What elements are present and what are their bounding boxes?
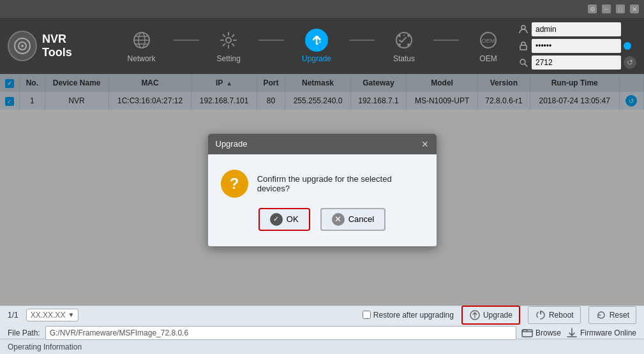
firmware-online-button[interactable]: Firmware Online — [566, 327, 636, 339]
nav-upgrade-label: Upgrade — [302, 54, 331, 63]
nav-connector-1 — [174, 40, 199, 41]
reset-btn-label: Reset — [610, 311, 629, 320]
nav-setting-label: Setting — [217, 54, 241, 63]
filepath-input[interactable]: G:/NVR/Frameware/MSFImage_72.8.0.6 — [45, 326, 516, 340]
browse-button[interactable]: Browse — [521, 327, 561, 339]
bottom-row2: File Path: G:/NVR/Frameware/MSFImage_72.… — [8, 326, 636, 340]
minimize-button[interactable]: ─ — [602, 4, 611, 13]
modal-header: Upgrade ✕ — [208, 134, 437, 154]
firmware-label: Firmware Online — [580, 328, 636, 337]
lock-icon — [518, 40, 529, 52]
reboot-button[interactable]: Reboot — [528, 306, 581, 324]
search-field: 2712 ↺ — [518, 55, 636, 70]
nav-connector-3 — [349, 40, 375, 41]
nav-connector-4 — [433, 40, 459, 41]
svg-point-18 — [521, 26, 525, 29]
modal-close-button[interactable]: ✕ — [421, 139, 429, 149]
nav-network[interactable]: Network — [110, 29, 174, 63]
filepath-label: File Path: — [8, 328, 40, 337]
modal-overlay: Upgrade ✕ ? Confirm the upgrade for the … — [0, 74, 644, 306]
browse-label: Browse — [535, 328, 561, 337]
svg-rect-19 — [520, 45, 527, 50]
modal-body: ? Confirm the upgrade for the selected d… — [208, 154, 437, 246]
search-icon — [518, 57, 529, 68]
modal-content-row: ? Confirm the upgrade for the selected d… — [221, 170, 424, 198]
version-display: XX.XX.XX — [31, 311, 66, 320]
logo-icon — [8, 31, 37, 61]
refresh-button[interactable]: ↺ — [624, 56, 636, 69]
bottom-bar: 1/1 XX.XX.XX ▼ Restore after upgrading U… — [0, 306, 644, 339]
upgrade-btn-label: Upgrade — [483, 311, 513, 320]
network-icon — [130, 29, 153, 52]
page-info: 1/1 — [8, 311, 19, 320]
svg-point-14 — [398, 43, 401, 46]
username-field: admin — [518, 22, 636, 36]
dropdown-arrow-icon: ▼ — [68, 311, 74, 318]
modal-buttons: ✓ OK ✕ Cancel — [258, 208, 386, 231]
status-bar: Operating Information — [0, 339, 644, 354]
close-button[interactable]: ✕ — [630, 4, 639, 13]
logo-area: NVR Tools — [8, 31, 97, 61]
nav-setting[interactable]: Setting — [199, 29, 258, 63]
upgrade-icon — [305, 29, 328, 52]
user-icon — [518, 24, 529, 35]
connection-indicator — [624, 42, 631, 50]
nav-connector-2 — [258, 40, 284, 41]
main-content: ✓ No. Device Name MAC IP ▲ Port Netmask … — [0, 74, 644, 306]
svg-point-12 — [398, 34, 401, 37]
upgrade-button[interactable]: Upgrade — [461, 306, 520, 325]
password-field: ms1234 — [518, 39, 636, 53]
svg-line-21 — [525, 64, 527, 66]
upgrade-modal: Upgrade ✕ ? Confirm the upgrade for the … — [207, 133, 437, 247]
folder-icon — [521, 327, 533, 339]
password-input[interactable]: ms1234 — [532, 39, 621, 53]
settings-icon[interactable]: ⚙ — [588, 4, 597, 13]
search-input[interactable]: 2712 — [532, 55, 621, 70]
nav-network-label: Network — [128, 54, 156, 63]
header: NVR Tools Network — [0, 18, 644, 74]
question-icon: ? — [221, 170, 248, 198]
restore-checkbox[interactable] — [363, 311, 371, 319]
modal-ok-button[interactable]: ✓ OK — [258, 208, 310, 231]
app-title: NVR Tools — [42, 33, 97, 59]
reset-icon — [595, 309, 607, 321]
nav-oem-label: OEM — [479, 54, 497, 63]
right-panel: admin ms1234 2712 ↺ — [518, 22, 636, 70]
nav-upgrade[interactable]: Upgrade — [284, 29, 349, 63]
maximize-button[interactable]: □ — [616, 4, 625, 13]
svg-point-13 — [407, 34, 410, 37]
restore-check: Restore after upgrading — [363, 311, 454, 320]
svg-text:OEM: OEM — [482, 38, 495, 44]
cancel-label: Cancel — [348, 214, 374, 224]
modal-cancel-button[interactable]: ✕ Cancel — [320, 208, 386, 231]
download-icon — [566, 327, 578, 339]
nav-items: Network Setting Upgrade — [110, 29, 518, 63]
nav-status[interactable]: Status — [375, 29, 433, 63]
modal-message: Confirm the upgrade for the selected dev… — [257, 174, 424, 193]
oem-icon: OEM — [477, 29, 500, 52]
reset-button[interactable]: Reset — [588, 306, 636, 324]
svg-point-15 — [407, 43, 410, 46]
setting-icon — [217, 29, 240, 52]
nav-status-label: Status — [393, 54, 415, 63]
status-icon — [393, 29, 416, 52]
svg-point-2 — [21, 45, 24, 47]
reboot-icon — [535, 309, 546, 321]
svg-point-8 — [226, 38, 231, 43]
cancel-icon: ✕ — [332, 213, 345, 226]
ok-label: OK — [287, 214, 299, 224]
restore-label: Restore after upgrading — [373, 311, 454, 320]
upgrade-btn-icon — [469, 309, 481, 321]
status-text: Operating Information — [8, 343, 82, 351]
ok-icon: ✓ — [270, 213, 283, 226]
nav-oem[interactable]: OEM OEM — [459, 29, 518, 63]
bottom-row1: 1/1 XX.XX.XX ▼ Restore after upgrading U… — [8, 306, 636, 325]
title-bar: ⚙ ─ □ ✕ — [0, 0, 644, 18]
username-input[interactable]: admin — [532, 22, 621, 36]
modal-title: Upgrade — [216, 139, 248, 149]
reboot-btn-label: Reboot — [549, 311, 574, 320]
version-select[interactable]: XX.XX.XX ▼ — [26, 309, 79, 321]
